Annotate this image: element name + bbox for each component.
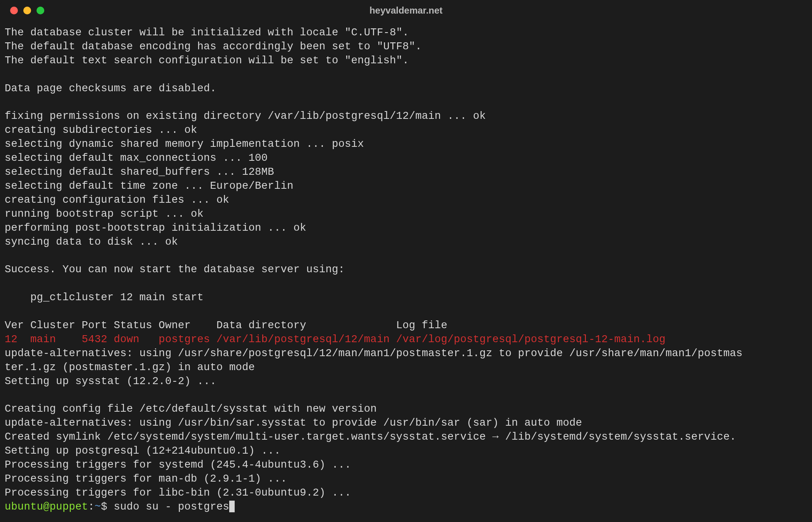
output-line: creating subdirectories ... ok: [5, 124, 197, 136]
output-line: selecting default shared_buffers ... 128…: [5, 166, 274, 178]
output-line: Created symlink /etc/systemd/system/mult…: [5, 431, 736, 443]
output-line: pg_ctlcluster 12 main start: [5, 291, 204, 303]
prompt-dollar: $: [101, 501, 114, 513]
output-line: Setting up sysstat (12.2.0-2) ...: [5, 375, 216, 387]
output-line: selecting default time zone ... Europe/B…: [5, 180, 293, 192]
output-line: Creating config file /etc/default/syssta…: [5, 403, 377, 415]
output-line: running bootstrap script ... ok: [5, 208, 204, 220]
output-line: update-alternatives: using /usr/bin/sar.…: [5, 417, 582, 429]
prompt-user-host: ubuntu@puppet: [5, 501, 88, 513]
output-line: Data page checksums are disabled.: [5, 82, 216, 94]
output-line: selecting default max_connections ... 10…: [5, 152, 268, 164]
output-line: The database cluster will be initialized…: [5, 26, 409, 38]
output-line: Processing triggers for man-db (2.9.1-1)…: [5, 473, 287, 485]
output-line: selecting dynamic shared memory implemen…: [5, 138, 364, 150]
output-line: Ver Cluster Port Status Owner Data direc…: [5, 319, 448, 331]
output-line: creating configuration files ... ok: [5, 194, 229, 206]
output-line: Success. You can now start the database …: [5, 263, 345, 275]
output-line: Processing triggers for libc-bin (2.31-0…: [5, 487, 351, 499]
output-line: update-alternatives: using /usr/share/po…: [5, 347, 742, 359]
output-line: fixing permissions on existing directory…: [5, 110, 486, 122]
output-line: Setting up postgresql (12+214ubuntu0.1) …: [5, 445, 281, 457]
prompt-path: ~: [94, 501, 101, 513]
terminal-window: heyvaldemar.net The database cluster wil…: [0, 0, 812, 522]
cluster-status-line: 12 main 5432 down postgres /var/lib/post…: [5, 333, 666, 345]
command-input[interactable]: sudo su - postgres: [114, 501, 229, 513]
cursor-icon: [229, 501, 235, 512]
terminal-body[interactable]: The database cluster will be initialized…: [0, 21, 812, 522]
output-line: The default database encoding has accord…: [5, 40, 422, 52]
output-line: syncing data to disk ... ok: [5, 236, 178, 248]
output-line: The default text search configuration wi…: [5, 54, 409, 66]
output-line: performing post-bootstrap initialization…: [5, 222, 306, 234]
traffic-lights: [10, 7, 44, 14]
minimize-icon[interactable]: [23, 7, 31, 14]
window-title: heyvaldemar.net: [369, 5, 443, 16]
output-line: Processing triggers for systemd (245.4-4…: [5, 459, 351, 471]
prompt-colon: :: [88, 501, 95, 513]
titlebar: heyvaldemar.net: [0, 0, 812, 21]
output-line: ter.1.gz (postmaster.1.gz) in auto mode: [5, 361, 255, 373]
maximize-icon[interactable]: [37, 7, 44, 14]
close-icon[interactable]: [10, 7, 18, 14]
